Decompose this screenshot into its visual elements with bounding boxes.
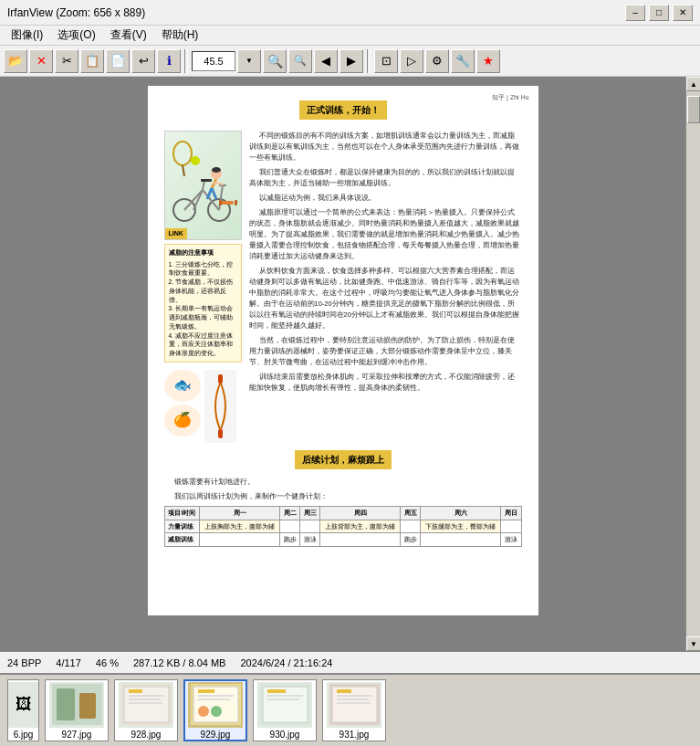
thumb-927-img	[49, 682, 104, 728]
note-item-2: 2. 节食减脂，不仅损伤身体机能，还容易反弹。	[169, 278, 237, 304]
thumb-927-label: 927.jpg	[62, 730, 92, 740]
svg-rect-29	[129, 695, 164, 697]
row-cardio-mon	[200, 533, 280, 547]
thumb-931-label: 931.jpg	[340, 730, 370, 740]
zoom-input[interactable]	[192, 51, 235, 71]
prev-button[interactable]: ◀	[314, 49, 338, 73]
svg-line-16	[212, 188, 216, 199]
thumb-931-img	[327, 682, 381, 728]
note-item-4: 4. 减脂不应过度注意体重，而应关注体脂率和身体形度的变化。	[169, 331, 237, 358]
zoom-out-button[interactable]: 🔍	[288, 49, 312, 73]
table-header-3: 周三	[300, 506, 320, 520]
svg-rect-24	[57, 688, 75, 720]
svg-rect-20	[235, 200, 237, 205]
delete-button[interactable]: ✕	[29, 49, 53, 73]
thumb-929-img	[188, 682, 243, 728]
statusbar: 24 BPP 4/117 46 % 287.12 KB / 8.04 MB 20…	[0, 651, 700, 673]
thumbnail-strip: 🖼 6.jpg 927.jpg 928.jpg	[0, 673, 700, 746]
cut-button[interactable]: ✂	[55, 49, 78, 73]
thumb-930-img	[257, 682, 312, 728]
thumbnail-931[interactable]: 931.jpg	[322, 679, 386, 741]
section2: 后续计划，麻烦跟上 锻炼需要有计划地进行。 我们以周训练计划为例，来制作一个健身…	[164, 450, 522, 547]
orange-icon: 🍊	[164, 405, 201, 436]
status-datetime: 2024/6/24 / 21:16:24	[240, 657, 332, 668]
row-strength-thu: 上肢背部为主，腹部为辅	[320, 520, 401, 533]
svg-point-37	[198, 706, 209, 717]
svg-point-0	[173, 142, 192, 165]
table-header-1: 周一	[200, 506, 280, 520]
menu-options[interactable]: 选项(O)	[50, 26, 102, 45]
menu-view[interactable]: 查看(V)	[103, 26, 154, 45]
separator2	[367, 49, 371, 73]
note-item-1: 1. 三分锻炼七分吃，控制饮食最重要。	[169, 260, 237, 278]
para7: 训练结束后需要放松身体肌肉，可采取拉伸和按摩的方式，不仅能消除疲劳，还能加快恢复…	[249, 372, 522, 394]
svg-point-17	[212, 167, 221, 173]
special-button[interactable]: ★	[476, 49, 500, 73]
thumbnail-927[interactable]: 927.jpg	[45, 679, 109, 741]
svg-rect-35	[198, 695, 234, 697]
thumb-930-label: 930.jpg	[270, 730, 300, 740]
toolbar: 📂 ✕ ✂ 📋 📄 ↩ ℹ ▼ 🔍 🔍 ◀ ▶ ⊡ ▷ ⚙ 🔧 ★	[0, 46, 700, 77]
cyclist-image: LINK	[164, 131, 242, 240]
extra-button[interactable]: 🔧	[451, 49, 475, 73]
title-text: IrfanView (Zoom: 656 x 889)	[7, 6, 145, 19]
thumbnail-928[interactable]: 928.jpg	[114, 679, 178, 741]
content-area: 知乎 | Zhi Hu 正式训练，开始！	[0, 77, 685, 651]
row-cardio-thu	[320, 533, 401, 547]
status-bpp: 24 BPP	[7, 657, 41, 668]
svg-rect-43	[267, 699, 299, 700]
thumb-929-label: 929.jpg	[201, 730, 231, 740]
row-strength-header: 力量训练	[164, 520, 200, 533]
copy-button[interactable]: 📋	[80, 49, 104, 73]
svg-line-1	[183, 165, 184, 176]
window-controls: – □ ✕	[625, 5, 693, 21]
slideshow-button[interactable]: ▷	[400, 49, 423, 73]
food-images: 🐟 🍊	[164, 370, 242, 443]
para5: 从饮料饮食方面来说，饮食选择多种多样。可以根据六大营养素合理搭配，而运动健身则可…	[249, 266, 522, 331]
row-cardio-sun: 游泳	[501, 533, 521, 547]
para3: 以减脂运动为例，我们来具体说说。	[249, 193, 522, 204]
svg-point-38	[211, 706, 222, 717]
maximize-button[interactable]: □	[649, 5, 669, 21]
settings-button[interactable]: ⚙	[425, 49, 449, 73]
row-cardio-sat	[421, 533, 501, 547]
thumb-partial[interactable]: 🖼 6.jpg	[7, 679, 39, 741]
scroll-up-button[interactable]: ▲	[686, 77, 700, 91]
para4: 减脂原理可以通过一个简单的公式来表达：热量消耗＞热量摄入。只要保持公式的状态，身…	[249, 207, 522, 262]
salmon-icon: 🐟	[164, 370, 201, 402]
menu-help[interactable]: 帮助(H)	[154, 26, 206, 45]
menubar: 图像(I) 选项(O) 查看(V) 帮助(H)	[0, 26, 700, 46]
minimize-button[interactable]: –	[625, 5, 645, 21]
info-button[interactable]: ℹ	[157, 49, 181, 73]
svg-rect-30	[129, 699, 161, 700]
rope-image	[204, 370, 236, 443]
svg-rect-21	[218, 374, 223, 384]
next-button[interactable]: ▶	[340, 49, 363, 73]
svg-line-8	[219, 185, 223, 210]
table-header-7: 周日	[501, 506, 521, 520]
scroll-thumb[interactable]	[687, 96, 700, 123]
scroll-down-button[interactable]: ▼	[686, 636, 700, 651]
menu-image[interactable]: 图像(I)	[4, 26, 50, 45]
thumbnail-929[interactable]: 929.jpg	[183, 679, 247, 741]
vertical-scrollbar: ▲ ▼	[685, 77, 700, 651]
thumb-928-label: 928.jpg	[131, 730, 162, 740]
table-header-0: 项目\时间	[164, 506, 200, 520]
scroll-track[interactable]	[686, 91, 700, 636]
svg-rect-19	[219, 200, 222, 205]
svg-rect-11	[201, 179, 212, 182]
close-button[interactable]: ✕	[673, 5, 693, 21]
row-cardio-tue: 跑步	[280, 533, 300, 547]
thumbnail-930[interactable]: 930.jpg	[253, 679, 317, 741]
svg-rect-34	[198, 689, 214, 693]
open-button[interactable]: 📂	[4, 49, 27, 73]
svg-rect-31	[129, 702, 162, 704]
table-header-4: 周四	[320, 506, 401, 520]
paste-button[interactable]: 📄	[106, 49, 130, 73]
zoom-in-button[interactable]: 🔍	[263, 49, 287, 73]
zoom-dropdown[interactable]: ▼	[237, 49, 261, 73]
svg-rect-18	[221, 201, 234, 205]
undo-button[interactable]: ↩	[131, 49, 155, 73]
fullscreen-button[interactable]: ⊡	[374, 49, 398, 73]
row-strength-mon: 上肢胸部为主，腹部为辅	[200, 520, 280, 533]
